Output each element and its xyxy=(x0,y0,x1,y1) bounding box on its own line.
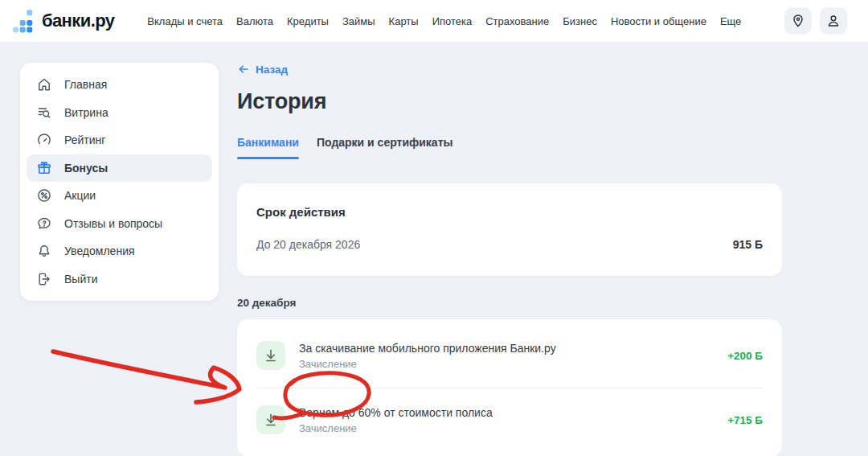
sidebar-item-label: Бонусы xyxy=(64,162,108,175)
sidebar-item-label: Главная xyxy=(64,78,107,91)
sidebar-item-logout[interactable]: Выйти xyxy=(27,265,212,294)
back-link[interactable]: Назад xyxy=(237,63,288,76)
sidebar-item-rating[interactable]: Рейтинг xyxy=(27,126,212,154)
history-card: За скачивание мобильного приложения Банк… xyxy=(237,319,782,456)
history-date-label: 20 декабря xyxy=(237,297,782,309)
sidebar-item-label: Акции xyxy=(64,189,96,202)
sidebar-item-label: Рейтинг xyxy=(64,134,105,146)
sidebar-item-showcase[interactable]: Витрина xyxy=(27,99,212,127)
showcase-search-icon xyxy=(36,105,52,121)
nav-item-business[interactable]: Бизнес xyxy=(563,15,597,27)
history-row: За скачивание мобильного приложения Банк… xyxy=(256,324,763,388)
sidebar-item-label: Уведомления xyxy=(64,244,135,257)
validity-until: До 20 декабря 2026 xyxy=(256,238,360,251)
banki-logo[interactable]: банки.ру xyxy=(13,10,114,33)
history-row-subtitle: Зачисление xyxy=(299,422,493,434)
nav-item-cards[interactable]: Карты xyxy=(389,15,419,27)
nav-item-more[interactable]: Еще xyxy=(720,15,741,27)
sidebar-item-label: Витрина xyxy=(64,106,108,119)
nav-item-credits[interactable]: Кредиты xyxy=(287,15,329,27)
validity-card: Срок действия До 20 декабря 2026 915 Б xyxy=(237,183,782,276)
main-nav: Вклады и счета Валюта Кредиты Займы Карт… xyxy=(147,15,741,27)
sidebar-item-notifications[interactable]: Уведомления xyxy=(27,237,212,265)
gauge-icon xyxy=(36,132,52,148)
page: банки.ру Вклады и счета Валюта Кредиты З… xyxy=(0,0,868,456)
nav-item-news[interactable]: Новости и общение xyxy=(611,15,706,27)
sidebar-item-reviews[interactable]: Отзывы и вопросы xyxy=(27,210,212,238)
validity-amount: 915 Б xyxy=(733,238,763,251)
nav-item-currency[interactable]: Валюта xyxy=(236,15,273,27)
brand-name: банки.ру xyxy=(42,10,114,31)
history-row-amount: +200 Б xyxy=(727,350,763,362)
profile-button[interactable] xyxy=(820,7,847,35)
history-row: Вернем до 60% от стоимости полиса Зачисл… xyxy=(256,388,763,452)
content-area: Главная Витрина Рейтинг Бонусы xyxy=(0,42,868,456)
home-icon xyxy=(36,76,52,92)
sidebar-item-bonuses[interactable]: Бонусы xyxy=(27,154,212,183)
tab-gifts-certificates[interactable]: Подарки и сертификаты xyxy=(317,136,453,159)
back-label: Назад xyxy=(256,64,288,76)
download-icon xyxy=(256,405,285,434)
gift-icon xyxy=(36,160,52,176)
sidebar-item-label: Отзывы и вопросы xyxy=(64,217,162,230)
percent-circle-icon xyxy=(36,187,52,203)
header-actions xyxy=(784,7,847,35)
arrow-left-icon xyxy=(237,63,250,76)
location-button[interactable] xyxy=(784,7,812,35)
sidebar-item-label: Выйти xyxy=(64,273,97,286)
history-row-subtitle: Зачисление xyxy=(299,358,556,370)
chat-question-icon xyxy=(36,216,52,232)
validity-row: До 20 декабря 2026 915 Б xyxy=(256,238,763,251)
history-row-title: Вернем до 60% от стоимости полиса xyxy=(299,406,493,419)
location-pin-icon xyxy=(790,13,806,29)
account-sidebar: Главная Витрина Рейтинг Бонусы xyxy=(20,63,219,301)
history-row-texts: Вернем до 60% от стоимости полиса Зачисл… xyxy=(299,406,493,434)
tab-bankimani[interactable]: Банкимани xyxy=(237,136,299,159)
nav-item-loans[interactable]: Займы xyxy=(342,15,375,27)
main-panel: Назад История Банкимани Подарки и сертиф… xyxy=(237,63,782,456)
history-tabs: Банкимани Подарки и сертификаты xyxy=(237,136,782,159)
bell-icon xyxy=(36,243,52,259)
history-row-amount: +715 Б xyxy=(727,414,763,426)
sidebar-item-promos[interactable]: Акции xyxy=(27,182,212,210)
nav-item-insurance[interactable]: Страхование xyxy=(485,15,549,27)
page-title: История xyxy=(237,89,782,114)
nav-item-mortgage[interactable]: Ипотека xyxy=(432,15,473,27)
history-row-texts: За скачивание мобильного приложения Банк… xyxy=(299,342,556,370)
top-header: банки.ру Вклады и счета Валюта Кредиты З… xyxy=(0,0,868,42)
logout-icon xyxy=(36,271,52,287)
download-icon xyxy=(256,341,285,370)
validity-title: Срок действия xyxy=(256,205,763,219)
sidebar-item-home[interactable]: Главная xyxy=(27,71,212,99)
banki-logo-dots-icon xyxy=(13,10,35,33)
history-row-title: За скачивание мобильного приложения Банк… xyxy=(299,342,556,355)
nav-item-deposits[interactable]: Вклады и счета xyxy=(147,15,223,27)
user-icon xyxy=(825,13,841,29)
